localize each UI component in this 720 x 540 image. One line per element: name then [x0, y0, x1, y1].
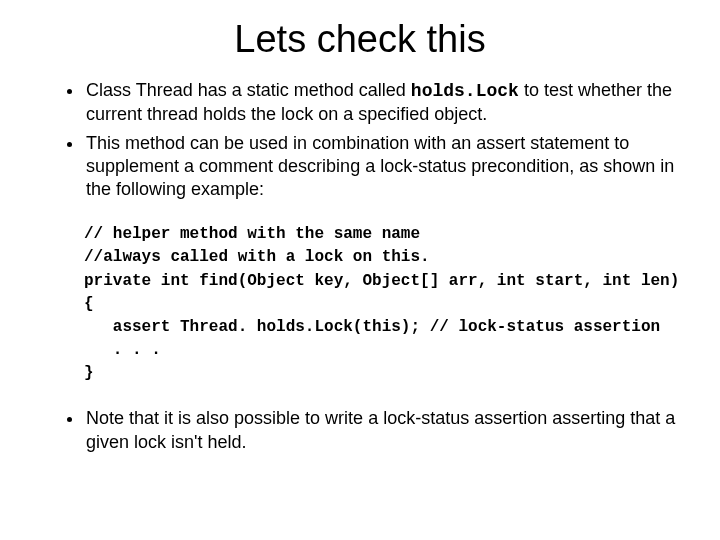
bullet-list: Class Thread has a static method called … [36, 79, 684, 201]
code-line-7: } [84, 364, 94, 382]
code-line-4: { [84, 295, 94, 313]
code-line-3: private int find(Object key, Object[] ar… [84, 272, 679, 290]
code-line-6: . . . [84, 341, 161, 359]
code-line-5: assert Thread. holds.Lock(this); // lock… [84, 318, 660, 336]
code-line-2: //always called with a lock on this. [84, 248, 430, 266]
bullet-1-code: holds.Lock [411, 81, 519, 101]
slide-title: Lets check this [36, 18, 684, 61]
code-line-1: // helper method with the same name [84, 225, 420, 243]
code-example: // helper method with the same name //al… [84, 223, 684, 385]
bullet-3: Note that it is also possible to write a… [84, 407, 684, 453]
bullet-2: This method can be used in combination w… [84, 132, 684, 201]
bullet-list-2: Note that it is also possible to write a… [36, 407, 684, 453]
bullet-1-pre: Class Thread has a static method called [86, 80, 411, 100]
bullet-1: Class Thread has a static method called … [84, 79, 684, 126]
